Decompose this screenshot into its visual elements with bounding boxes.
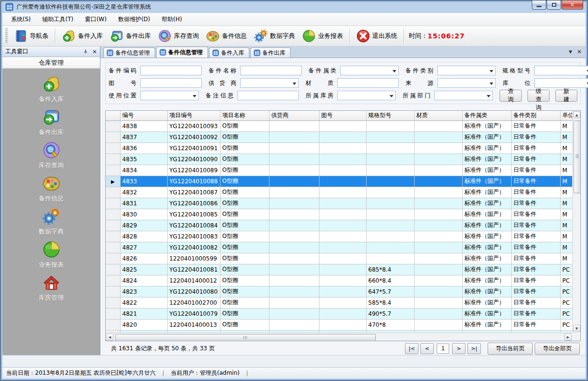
tab-1[interactable]: 备件信息管理 xyxy=(156,47,208,58)
row-selector-cell[interactable] xyxy=(106,286,120,297)
table-row[interactable]: 4835YG12204010090O型圈标准件（国产）日常备件M xyxy=(106,154,572,165)
sidebar-item-parts-info[interactable]: 备件信息 xyxy=(2,174,100,207)
minimize-button[interactable] xyxy=(532,0,546,10)
toolbar-navbar-button[interactable]: 导航条 xyxy=(12,28,50,44)
sidebar-item-stock-search[interactable]: 库存查询 xyxy=(2,141,100,174)
scroll-up-icon[interactable]: ▲ xyxy=(573,111,580,119)
column-header[interactable]: 材质 xyxy=(414,111,462,120)
tab-list-chevron-down-icon[interactable]: ▼ xyxy=(569,49,572,54)
part-code-input[interactable] xyxy=(140,66,202,75)
horizontal-scrollbar[interactable]: ◀ ▶ xyxy=(106,333,572,341)
row-selector-cell[interactable] xyxy=(106,165,120,176)
part-class-select[interactable] xyxy=(340,66,399,75)
panel-close-icon[interactable]: ✕ xyxy=(92,49,97,55)
column-header[interactable]: 项目名称 xyxy=(220,111,269,120)
toolbar-stock-search-button[interactable]: 库存查询 xyxy=(156,28,201,44)
row-selector-cell[interactable] xyxy=(106,143,120,154)
warehouse-select[interactable] xyxy=(337,91,396,100)
sidebar-item-inbound[interactable]: 备件入库 xyxy=(2,74,100,107)
row-selector-cell[interactable] xyxy=(106,220,120,231)
department-select[interactable] xyxy=(434,91,493,100)
menu-item[interactable]: 数据维护(D) xyxy=(112,13,156,26)
table-row[interactable]: 4821YG12204010079O型圈490*5.7标准件（国产）日常备件PC xyxy=(106,308,572,319)
sidebar-item-report[interactable]: 业务报表 xyxy=(2,240,100,273)
column-header[interactable]: 图号 xyxy=(319,111,366,120)
scroll-down-icon[interactable]: ▼ xyxy=(573,325,580,332)
row-selector-cell[interactable] xyxy=(106,231,120,242)
page-number-input[interactable] xyxy=(437,344,449,354)
horizontal-scroll-thumb[interactable] xyxy=(115,334,376,341)
table-row[interactable]: 4836YG12204010091O型圈标准件（国产）日常备件M xyxy=(106,143,572,154)
remark-input[interactable] xyxy=(237,91,299,100)
toolbar-report-button[interactable]: 业务报表 xyxy=(300,28,345,44)
row-selector-cell[interactable] xyxy=(106,209,120,220)
tab-0[interactable]: 备件信息管理 xyxy=(103,48,155,58)
pin-icon[interactable] xyxy=(83,49,88,55)
column-header[interactable]: 编号 xyxy=(120,111,167,120)
menu-item[interactable]: 窗口(W) xyxy=(79,13,112,26)
menu-item[interactable]: 系统(S) xyxy=(5,13,37,26)
table-row[interactable]: 4837YG12204010092O型圈标准件（国产）日常备件M xyxy=(106,131,572,143)
new-button[interactable]: 新建 xyxy=(555,90,577,102)
advanced-query-button[interactable]: 高级查询 xyxy=(527,90,550,102)
table-row[interactable]: 4828YG12204010083O型圈标准件（国产）日常备件M xyxy=(106,231,572,242)
column-header[interactable]: 备件类别 xyxy=(511,111,560,120)
row-selector-cell[interactable]: ▶ xyxy=(106,176,120,187)
row-selector-cell[interactable] xyxy=(106,308,120,319)
column-header[interactable]: 规格型号 xyxy=(366,111,414,120)
row-selector-cell[interactable] xyxy=(106,154,120,165)
toolbar-data-dict-button[interactable]: 数据字典 xyxy=(252,28,297,44)
last-page-button[interactable]: >| xyxy=(467,343,481,354)
sidebar-item-data-dict[interactable]: 数据字典 xyxy=(2,207,100,240)
scroll-left-icon[interactable]: ◀ xyxy=(106,333,113,341)
row-selector-cell[interactable] xyxy=(106,264,120,275)
close-button[interactable]: ✕ xyxy=(562,0,583,10)
export-all-pages-button[interactable]: 导出全部页 xyxy=(535,343,580,355)
row-selector-cell[interactable] xyxy=(106,319,120,330)
toolbar-exit-button[interactable]: 退出系统 xyxy=(354,28,399,44)
table-row[interactable]: 48241220401400012O型圈660*8.4标准件（国产）日常备件PC xyxy=(106,275,572,286)
export-current-page-button[interactable]: 导出当前页 xyxy=(488,343,533,355)
table-row[interactable]: 48261220401000599O型圈标准件（国产）日常备件M xyxy=(106,253,572,264)
row-selector-cell[interactable] xyxy=(106,187,120,198)
row-selector-cell[interactable] xyxy=(106,198,120,209)
table-row[interactable]: 4838YG12204010093O型圈标准件（国产）日常备件M xyxy=(106,120,572,131)
tab-3[interactable]: 备件出库 xyxy=(250,48,291,58)
row-selector-cell[interactable] xyxy=(106,297,120,308)
part-type-select[interactable] xyxy=(437,66,496,75)
sidebar-item-warehouse[interactable]: 库房管理 xyxy=(2,273,100,306)
row-selector-cell[interactable] xyxy=(106,120,120,131)
table-row[interactable]: ▶4833YG12204010088O型圈标准件（国产）日常备件M xyxy=(106,176,572,187)
table-row[interactable]: 48221220401002700O型圈585*8.4标准件（国产）日常备件PC xyxy=(106,297,572,308)
sidebar-group-warehouse[interactable]: 仓库管理 xyxy=(2,57,100,69)
drawing-no-input[interactable] xyxy=(140,78,202,88)
tab-2[interactable]: 备件入库 xyxy=(209,48,249,58)
row-selector-cell[interactable] xyxy=(106,242,120,253)
material-input[interactable] xyxy=(337,78,399,88)
toolbar-inbound-button[interactable]: 备件入库 xyxy=(60,28,105,44)
location-select[interactable] xyxy=(534,78,588,88)
sidebar-item-outbound[interactable]: 备件出库 xyxy=(2,107,100,141)
column-header[interactable]: 供货商 xyxy=(269,111,319,120)
menu-item[interactable]: 帮助(H) xyxy=(156,13,188,26)
scroll-right-icon[interactable]: ▶ xyxy=(564,333,572,341)
spec-model-select[interactable] xyxy=(534,66,588,75)
toolbar-grip-handle[interactable] xyxy=(5,28,8,44)
source-select[interactable] xyxy=(437,78,496,88)
table-row[interactable]: 4834YG12204010089O型圈标准件（国产）日常备件M xyxy=(106,165,572,176)
column-header[interactable]: 项目编号 xyxy=(167,111,220,120)
toolbar-parts-info-button[interactable]: 备件信息 xyxy=(204,28,249,44)
toolbar-outbound-button[interactable]: 备件出库 xyxy=(108,28,153,44)
table-row[interactable]: 4827YG12204010082O型圈标准件（国产）日常备件M xyxy=(106,242,572,253)
first-page-button[interactable]: |< xyxy=(405,343,418,354)
table-row[interactable]: 4832YG12204010087O型圈标准件（国产）日常备件M xyxy=(106,187,572,198)
usage-position-select[interactable] xyxy=(140,91,199,100)
table-row[interactable]: 4823YG12204010080O型圈647*5.7标准件（国产）日常备件PC xyxy=(106,286,572,297)
column-header[interactable]: 单位 xyxy=(560,111,572,120)
column-header[interactable]: 备件属类 xyxy=(462,111,511,120)
table-row[interactable]: 4830YG12204010085O型圈标准件（国产）日常备件M xyxy=(106,209,572,220)
prev-page-button[interactable]: < xyxy=(420,343,434,354)
vertical-scrollbar[interactable]: ▲ ▼ xyxy=(572,111,580,333)
table-row[interactable]: 4825YG12204010081O型圈685*8.4标准件（国产）日常备件PC xyxy=(106,264,572,275)
row-selector-cell[interactable] xyxy=(106,253,120,264)
